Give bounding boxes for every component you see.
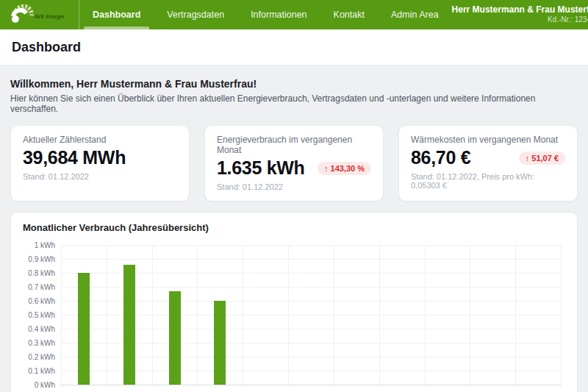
y-tick-label: 0 kWh	[35, 381, 55, 389]
nav-item-informationen[interactable]: Informationen	[237, 0, 320, 29]
customer-number: Kd.-Nr.: 1234567	[452, 15, 588, 25]
y-tick-label: 0.1 kWh	[28, 367, 55, 375]
user-menu[interactable]: Herr Mustermann & Frau Musterfrau Kd.-Nr…	[452, 0, 588, 29]
welcome-heading: Willkommen, Herr Mustermann & Frau Muste…	[10, 78, 578, 90]
gridline-v	[561, 245, 562, 388]
gridline-v	[243, 245, 243, 388]
stat-cards-row: Aktueller Zählerstand 39,684 MWh Stand: …	[10, 125, 578, 202]
brand-logo[interactable]: AVE Energie	[0, 0, 79, 29]
nav-item-kontakt[interactable]: Kontakt	[320, 0, 378, 29]
badge-text: 143,30 %	[331, 164, 365, 173]
bar-April 2023	[214, 301, 226, 385]
gridline-v	[515, 245, 516, 388]
y-tick-label: 0.6 kWh	[28, 297, 55, 305]
gridline-v	[425, 245, 426, 388]
gridline-h	[61, 287, 561, 288]
user-info: Herr Mustermann & Frau Musterfrau Kd.-Nr…	[452, 4, 588, 25]
gridline-h	[61, 273, 561, 274]
gridline-v	[197, 245, 198, 388]
y-tick-label: 0.2 kWh	[28, 353, 55, 361]
gridline-v	[152, 245, 153, 388]
main-nav: Dashboard Vertragsdaten Informationen Ko…	[79, 0, 452, 29]
y-tick-label: 0.5 kWh	[28, 311, 55, 319]
y-tick-label: 0.8 kWh	[28, 269, 55, 277]
card-waermekosten: Wärmekosten im vergangenen Monat 86,70 €…	[398, 125, 578, 202]
bar-Februar 2023	[123, 265, 135, 385]
card-title: Aktueller Zählerstand	[23, 135, 177, 145]
gridline-h	[61, 329, 561, 329]
card-title: Energieverbrauch im vergangenen Monat	[217, 135, 371, 155]
gridline-v	[470, 245, 470, 388]
gridline-h	[61, 259, 561, 260]
chart-title: Monatlicher Verbrauch (Jahresübersicht)	[23, 222, 565, 233]
gridline-h	[61, 301, 561, 302]
card-energieverbrauch: Energieverbrauch im vergangenen Monat 1.…	[204, 125, 384, 202]
welcome-subtitle: Hier können Sie sich einen Überblick übe…	[10, 93, 578, 114]
badge-text: 51,07 €	[531, 154, 559, 163]
gridline-h	[61, 245, 561, 246]
gridline-h	[61, 315, 561, 316]
welcome-section: Willkommen, Herr Mustermann & Frau Muste…	[10, 78, 578, 114]
y-axis: 1 kWh0.9 kWh0.8 kWh0.7 kWh0.6 kWh0.5 kWh…	[23, 245, 55, 385]
y-tick-label: 0.3 kWh	[28, 339, 55, 347]
card-value: 39,684 MWh	[23, 147, 126, 168]
dashboard-content: Willkommen, Herr Mustermann & Frau Muste…	[0, 65, 588, 392]
chart-plot: 1 kWh0.9 kWh0.8 kWh0.7 kWh0.6 kWh0.5 kWh…	[61, 245, 561, 385]
gridline-h	[61, 357, 561, 357]
card-zaehlerstand: Aktueller Zählerstand 39,684 MWh Stand: …	[10, 125, 190, 202]
bar-Januar 2023	[78, 273, 90, 385]
card-stand: Stand: 01.12.2022, Preis pro kWh: 0,0530…	[411, 172, 565, 190]
card-stand: Stand: 01.12.2022	[23, 172, 177, 181]
card-value: 1.635 kWh	[217, 157, 305, 179]
y-tick-label: 1 kWh	[35, 241, 55, 249]
nav-item-admin-area[interactable]: Admin Area	[378, 0, 452, 29]
gridline-h	[61, 371, 561, 371]
page-title-bar: Dashboard	[0, 29, 588, 65]
nav-item-dashboard[interactable]: Dashboard	[79, 0, 154, 29]
top-navigation-bar: AVE Energie Dashboard Vertragsdaten Info…	[0, 0, 588, 29]
gridline-v	[61, 245, 62, 388]
nav-item-vertragsdaten[interactable]: Vertragsdaten	[154, 0, 237, 29]
change-badge: ↑ 51,07 €	[519, 152, 565, 165]
bar-März 2023	[169, 291, 181, 385]
monthly-consumption-chart-card: Monatlicher Verbrauch (Jahresübersicht) …	[10, 212, 578, 392]
card-stand: Stand: 01.12.2022	[217, 182, 371, 191]
gridline-h	[61, 343, 561, 343]
y-tick-label: 0.7 kWh	[28, 283, 55, 291]
y-tick-label: 0.4 kWh	[28, 325, 55, 333]
gridline-v	[288, 245, 289, 388]
gridline-v	[334, 245, 334, 388]
card-value: 86,70 €	[411, 147, 470, 168]
user-name: Herr Mustermann & Frau Musterfrau	[452, 4, 588, 15]
page-title: Dashboard	[12, 40, 81, 55]
arrow-up-icon: ↑	[526, 154, 530, 163]
card-title: Wärmekosten im vergangenen Monat	[411, 135, 565, 145]
y-tick-label: 0.9 kWh	[28, 255, 55, 263]
change-badge: ↑ 143,30 %	[318, 162, 371, 175]
gridline-v	[379, 245, 380, 388]
arrow-up-icon: ↑	[324, 164, 329, 173]
ave-energie-logo-icon: AVE Energie	[10, 4, 68, 25]
x-axis: Januar 2023Februar 2023März 2023April 20…	[61, 385, 561, 392]
svg-text:AVE Energie: AVE Energie	[34, 14, 65, 20]
gridline-v	[107, 245, 107, 388]
